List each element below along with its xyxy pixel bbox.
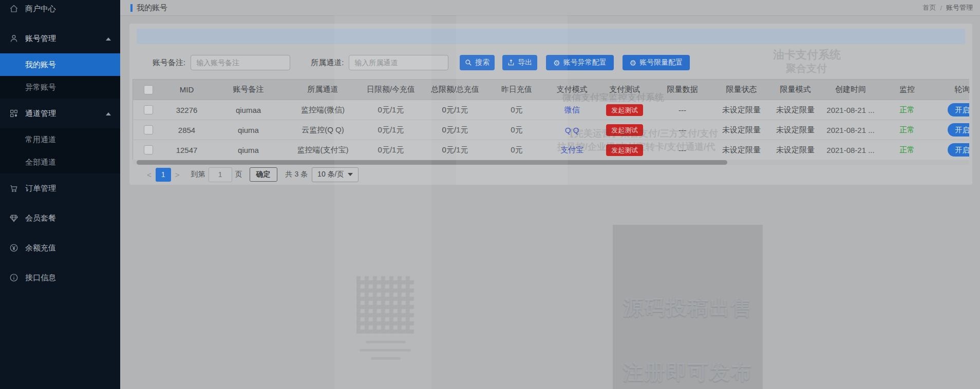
cell-daily: 0元/1元 <box>359 120 423 140</box>
table-row: 2854 qiuma 云监控(Q Q) 0元/1元 0元/1元 0元 Q Q 发… <box>133 120 970 140</box>
cell-total: 0元/1元 <box>423 100 487 120</box>
cell-limit-mode: 未设定限量 <box>770 100 821 120</box>
panel-header-strip <box>137 29 965 44</box>
sidebar-item-merchant-center[interactable]: 商户中心 <box>0 0 120 24</box>
polling-toggle-button[interactable]: 开启 <box>948 123 970 137</box>
page-unit-label: 页 <box>235 170 242 179</box>
search-button-label: 搜索 <box>475 58 489 67</box>
limit-config-label: 账号限量配置 <box>639 58 683 67</box>
cell-limit-data: --- <box>652 100 713 120</box>
row-checkbox[interactable] <box>144 145 153 154</box>
grid-icon <box>9 109 18 118</box>
account-abnormal-config-button[interactable]: ⚙ 账号异常配置 <box>546 55 613 70</box>
gem-icon <box>9 213 18 223</box>
sidebar-item-api-info[interactable]: 接口信息 <box>0 263 120 293</box>
sidebar-subitem-label: 我的账号 <box>25 60 56 70</box>
initiate-test-button[interactable]: 发起测试 <box>606 144 643 156</box>
col-header-remark: 账号备注 <box>210 80 287 100</box>
sidebar-subitem-label: 常用通道 <box>25 135 56 145</box>
confirm-page-button[interactable]: 确定 <box>250 167 277 182</box>
user-icon <box>9 34 18 43</box>
cell-total: 0元/1元 <box>423 120 487 140</box>
select-all-checkbox[interactable] <box>144 85 153 94</box>
sidebar-item-member-packages[interactable]: 会员套餐 <box>0 203 120 233</box>
horizontal-scrollbar-thumb[interactable] <box>137 160 727 165</box>
cell-channel: 监控端(微信) <box>287 100 359 120</box>
cell-created: 2021-08-21 ... <box>821 140 880 160</box>
sidebar-item-abnormal-accounts[interactable]: 异常账号 <box>0 76 120 99</box>
sidebar-item-order-management[interactable]: 订单管理 <box>0 173 120 203</box>
channel-filter-label: 所属通道: <box>311 58 344 68</box>
sidebar-item-label: 订单管理 <box>25 184 56 193</box>
cell-mid: 2854 <box>164 120 210 140</box>
breadcrumb-current: 账号管理 <box>946 3 973 12</box>
cell-yesterday: 0元 <box>487 120 546 140</box>
col-header-mid: MID <box>164 80 210 100</box>
cell-daily: 0元/1元 <box>359 100 423 120</box>
chevron-up-icon <box>106 112 111 115</box>
channel-filter-input[interactable] <box>349 55 448 70</box>
main-panel: 账号备注: 所属通道: 搜索 导出 ⚙ 账号异常配置 ⚙ <box>129 24 972 185</box>
col-header-yesterday: 昨日充值 <box>487 80 546 100</box>
cell-channel: 监控端(支付宝) <box>287 140 359 160</box>
cell-yesterday: 0元 <box>487 100 546 120</box>
sidebar-item-label: 余额充值 <box>25 243 56 253</box>
pay-mode-link[interactable]: Q Q <box>565 126 579 134</box>
search-icon <box>465 59 472 66</box>
cell-limit-mode: 未设定限量 <box>770 120 821 140</box>
sidebar-item-common-channels[interactable]: 常用通道 <box>0 128 120 151</box>
page-size-select[interactable]: 10 条/页 <box>312 167 359 182</box>
total-count-label: 共 3 条 <box>286 170 308 179</box>
row-checkbox[interactable] <box>144 125 153 134</box>
col-header-limit-status: 限量状态 <box>713 80 770 100</box>
cell-created: 2021-08-21 ... <box>821 100 880 120</box>
account-limit-config-button[interactable]: ⚙ 账号限量配置 <box>623 55 690 70</box>
monitor-status: 正常 <box>899 105 915 114</box>
cell-limit-status: 未设定限量 <box>713 140 770 160</box>
cell-yesterday: 0元 <box>487 140 546 160</box>
initiate-test-button[interactable]: 发起测试 <box>606 124 643 136</box>
app-window: 商户中心 账号管理 我的账号 异常账号 <box>0 0 980 389</box>
prev-page-button[interactable]: < <box>143 170 156 179</box>
row-checkbox[interactable] <box>144 105 153 114</box>
sidebar-subitem-label: 异常账号 <box>25 83 56 92</box>
sidebar-item-my-accounts[interactable]: 我的账号 <box>0 53 120 76</box>
next-page-button[interactable]: > <box>171 170 184 179</box>
accounts-table-container: MID 账号备注 所属通道 日限额/今充值 总限额/总充值 昨日充值 支付模式 … <box>133 79 969 160</box>
col-header-monitor: 监控 <box>880 80 934 100</box>
breadcrumb-home[interactable]: 首页 <box>922 3 936 12</box>
polling-toggle-button[interactable]: 开启 <box>948 103 970 116</box>
horizontal-scrollbar-track[interactable] <box>133 160 969 165</box>
sidebar-subitem-label: 全部通道 <box>25 158 56 167</box>
sidebar-item-label: 会员套餐 <box>25 213 56 223</box>
home-icon <box>9 4 18 13</box>
pay-mode-link[interactable]: 支付宝 <box>560 145 583 154</box>
col-header-polling: 轮询 <box>934 80 970 100</box>
cell-mid: 12547 <box>164 140 210 160</box>
sidebar-item-account-management[interactable]: 账号管理 <box>0 24 120 53</box>
accounts-table: MID 账号备注 所属通道 日限额/今充值 总限额/总充值 昨日充值 支付模式 … <box>133 79 969 160</box>
title-accent-bar <box>130 4 133 12</box>
initiate-test-button[interactable]: 发起测试 <box>606 104 643 116</box>
col-header-created: 创建时间 <box>821 80 880 100</box>
export-icon <box>507 59 515 66</box>
cell-limit-data: --- <box>652 140 713 160</box>
cell-total: 0元/1元 <box>423 140 487 160</box>
sidebar-submenu-account: 我的账号 异常账号 <box>0 53 120 99</box>
search-button[interactable]: 搜索 <box>460 55 495 70</box>
chevron-up-icon <box>106 37 111 41</box>
sidebar-item-label: 通道管理 <box>25 109 56 119</box>
pay-mode-link[interactable]: 微信 <box>564 105 580 114</box>
page-number-button[interactable]: 1 <box>156 168 171 182</box>
remark-filter-input[interactable] <box>191 55 290 70</box>
goto-page-input[interactable] <box>209 167 232 182</box>
cell-remark: qiumaa <box>210 100 287 120</box>
export-button[interactable]: 导出 <box>502 55 537 70</box>
sidebar-item-all-channels[interactable]: 全部通道 <box>0 151 120 173</box>
cart-icon <box>9 184 18 193</box>
polling-toggle-button[interactable]: 开启 <box>948 143 970 157</box>
sidebar-item-balance-recharge[interactable]: 余额充值 <box>0 233 120 263</box>
sidebar-item-channel-management[interactable]: 通道管理 <box>0 99 120 128</box>
abnormal-config-label: 账号异常配置 <box>563 58 607 67</box>
cell-remark: qiuma <box>210 120 287 140</box>
